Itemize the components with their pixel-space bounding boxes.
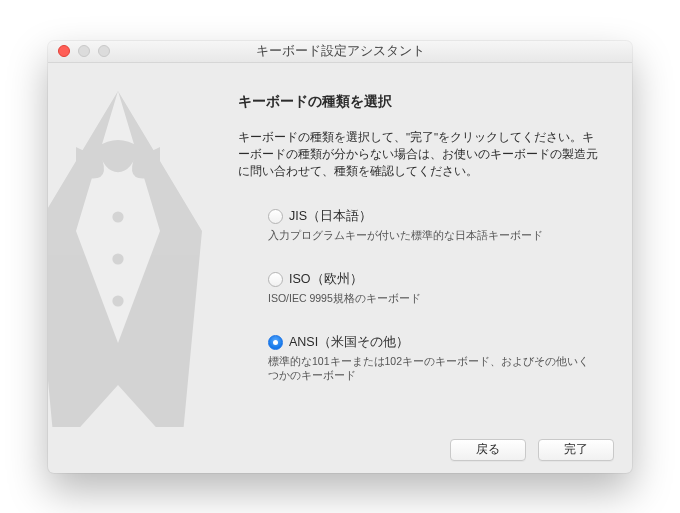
zoom-icon [98,45,110,57]
option-ansi-label: ANSI（米国その他） [289,334,409,351]
footer: 戻る 完了 [48,427,632,473]
titlebar: キーボード設定アシスタント [48,41,632,63]
radio-group: JIS（日本語） 入力プログラムキーが付いた標準的な日本語キーボード ISO（欧… [238,208,598,383]
option-ansi-desc: 標準的な101キーまたは102キーのキーボード、およびその他いくつかのキーボード [268,354,598,383]
option-iso-desc: ISO/IEC 9995規格のキーボード [268,291,598,306]
option-jis-label: JIS（日本語） [289,208,372,225]
close-icon[interactable] [58,45,70,57]
radio-jis[interactable] [268,209,283,224]
assistant-window: キーボード設定アシスタント キーボードの種類を選択 キーボードの種類を選択して、… [48,41,632,473]
option-jis-desc: 入力プログラムキーが付いた標準的な日本語キーボード [268,228,598,243]
instruction-text: キーボードの種類を選択して、"完了"をクリックしてください。キーボードの種類が分… [238,129,598,181]
traffic-lights [48,45,110,57]
radio-ansi[interactable] [268,335,283,350]
option-jis-row[interactable]: JIS（日本語） [268,208,598,225]
minimize-icon [78,45,90,57]
back-button[interactable]: 戻る [450,439,526,461]
option-ansi-row[interactable]: ANSI（米国その他） [268,334,598,351]
radio-iso[interactable] [268,272,283,287]
window-body: キーボードの種類を選択 キーボードの種類を選択して、"完了"をクリックしてくださ… [48,63,632,427]
option-ansi: ANSI（米国その他） 標準的な101キーまたは102キーのキーボード、およびそ… [268,334,598,383]
content-area: キーボードの種類を選択 キーボードの種類を選択して、"完了"をクリックしてくださ… [48,63,632,427]
option-iso-label: ISO（欧州） [289,271,363,288]
page-title: キーボードの種類を選択 [238,93,598,111]
done-button[interactable]: 完了 [538,439,614,461]
option-iso-row[interactable]: ISO（欧州） [268,271,598,288]
window-title: キーボード設定アシスタント [48,42,632,60]
option-jis: JIS（日本語） 入力プログラムキーが付いた標準的な日本語キーボード [268,208,598,243]
option-iso: ISO（欧州） ISO/IEC 9995規格のキーボード [268,271,598,306]
